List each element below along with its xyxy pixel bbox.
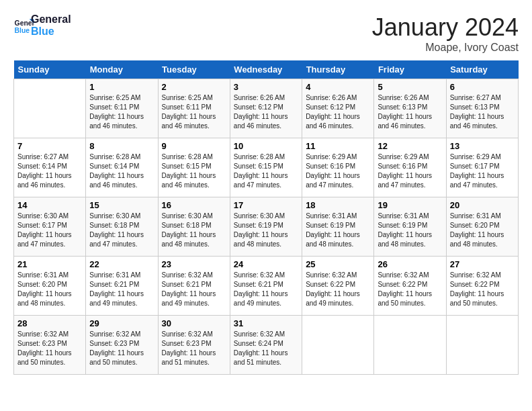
cell-w2-d1: 7Sunrise: 6:27 AMSunset: 6:14 PMDaylight…	[14, 138, 86, 197]
week-row-4: 21Sunrise: 6:31 AMSunset: 6:20 PMDayligh…	[14, 257, 519, 316]
col-wednesday: Wednesday	[230, 60, 302, 79]
day-number: 11	[306, 141, 370, 151]
day-content: Sunrise: 6:32 AMSunset: 6:21 PMDaylight:…	[162, 271, 226, 308]
title-block: January 2024 Moape, Ivory Coast	[372, 13, 519, 54]
cell-w2-d5: 11Sunrise: 6:29 AMSunset: 6:16 PMDayligh…	[302, 138, 374, 197]
cell-w3-d2: 15Sunrise: 6:30 AMSunset: 6:18 PMDayligh…	[86, 197, 158, 257]
cell-w2-d6: 12Sunrise: 6:29 AMSunset: 6:16 PMDayligh…	[374, 138, 446, 197]
cell-w1-d6: 5Sunrise: 6:26 AMSunset: 6:13 PMDaylight…	[374, 79, 446, 138]
cell-w3-d3: 16Sunrise: 6:30 AMSunset: 6:18 PMDayligh…	[158, 197, 230, 257]
day-number: 31	[234, 318, 298, 328]
day-number: 17	[234, 200, 298, 210]
cell-w1-d4: 3Sunrise: 6:26 AMSunset: 6:12 PMDaylight…	[230, 79, 302, 138]
cell-w4-d1: 21Sunrise: 6:31 AMSunset: 6:20 PMDayligh…	[14, 257, 86, 316]
day-number: 10	[234, 141, 298, 151]
svg-text:Blue: Blue	[15, 27, 30, 34]
day-content: Sunrise: 6:31 AMSunset: 6:20 PMDaylight:…	[450, 212, 515, 249]
day-number: 25	[306, 259, 370, 269]
day-number: 23	[162, 259, 226, 269]
logo: General Blue General Blue	[13, 13, 71, 37]
day-number: 20	[450, 200, 515, 210]
day-content: Sunrise: 6:32 AMSunset: 6:21 PMDaylight:…	[234, 271, 298, 308]
day-number: 28	[17, 318, 82, 328]
cell-w5-d6	[374, 316, 446, 375]
cell-w5-d7	[446, 316, 518, 375]
cell-w3-d4: 17Sunrise: 6:30 AMSunset: 6:19 PMDayligh…	[230, 197, 302, 257]
logo-line1: General	[31, 13, 71, 26]
cell-w5-d4: 31Sunrise: 6:32 AMSunset: 6:24 PMDayligh…	[230, 316, 302, 375]
calendar-subtitle: Moape, Ivory Coast	[372, 42, 519, 54]
day-content: Sunrise: 6:29 AMSunset: 6:16 PMDaylight:…	[378, 152, 442, 190]
cell-w4-d5: 25Sunrise: 6:32 AMSunset: 6:22 PMDayligh…	[302, 257, 374, 316]
day-content: Sunrise: 6:26 AMSunset: 6:13 PMDaylight:…	[378, 93, 442, 131]
cell-w1-d3: 2Sunrise: 6:25 AMSunset: 6:11 PMDaylight…	[158, 79, 230, 138]
cell-w2-d2: 8Sunrise: 6:28 AMSunset: 6:14 PMDaylight…	[86, 138, 158, 197]
day-content: Sunrise: 6:32 AMSunset: 6:23 PMDaylight:…	[89, 330, 154, 367]
page-header: General Blue General Blue January 2024 M…	[13, 13, 519, 54]
cell-w1-d5: 4Sunrise: 6:26 AMSunset: 6:12 PMDaylight…	[302, 79, 374, 138]
day-content: Sunrise: 6:27 AMSunset: 6:13 PMDaylight:…	[450, 93, 515, 131]
day-number: 21	[17, 259, 82, 269]
header-row: Sunday Monday Tuesday Wednesday Thursday…	[14, 60, 519, 79]
day-content: Sunrise: 6:30 AMSunset: 6:18 PMDaylight:…	[162, 212, 226, 249]
day-content: Sunrise: 6:31 AMSunset: 6:20 PMDaylight:…	[17, 271, 82, 308]
col-thursday: Thursday	[302, 60, 374, 79]
day-content: Sunrise: 6:31 AMSunset: 6:19 PMDaylight:…	[378, 212, 442, 249]
col-tuesday: Tuesday	[158, 60, 230, 79]
day-content: Sunrise: 6:32 AMSunset: 6:22 PMDaylight:…	[378, 271, 442, 308]
calendar-header: Sunday Monday Tuesday Wednesday Thursday…	[14, 60, 519, 79]
day-number: 15	[89, 200, 154, 210]
cell-w1-d7: 6Sunrise: 6:27 AMSunset: 6:13 PMDaylight…	[446, 79, 518, 138]
day-content: Sunrise: 6:26 AMSunset: 6:12 PMDaylight:…	[234, 93, 298, 131]
day-number: 14	[17, 200, 82, 210]
day-number: 1	[89, 82, 154, 92]
day-number: 18	[306, 200, 370, 210]
day-number: 6	[450, 82, 515, 92]
day-content: Sunrise: 6:25 AMSunset: 6:11 PMDaylight:…	[162, 93, 226, 131]
cell-w3-d5: 18Sunrise: 6:31 AMSunset: 6:19 PMDayligh…	[302, 197, 374, 257]
day-content: Sunrise: 6:26 AMSunset: 6:12 PMDaylight:…	[306, 93, 370, 131]
day-content: Sunrise: 6:30 AMSunset: 6:18 PMDaylight:…	[89, 212, 154, 249]
day-content: Sunrise: 6:32 AMSunset: 6:22 PMDaylight:…	[450, 271, 515, 308]
day-content: Sunrise: 6:29 AMSunset: 6:17 PMDaylight:…	[450, 152, 515, 190]
day-content: Sunrise: 6:32 AMSunset: 6:22 PMDaylight:…	[306, 271, 370, 308]
day-number: 12	[378, 141, 442, 151]
cell-w1-d2: 1Sunrise: 6:25 AMSunset: 6:11 PMDaylight…	[86, 79, 158, 138]
day-number: 22	[89, 259, 154, 269]
day-content: Sunrise: 6:31 AMSunset: 6:21 PMDaylight:…	[89, 271, 154, 308]
day-number: 29	[89, 318, 154, 328]
day-number: 2	[162, 82, 226, 92]
day-number: 13	[450, 141, 515, 151]
cell-w2-d4: 10Sunrise: 6:28 AMSunset: 6:15 PMDayligh…	[230, 138, 302, 197]
day-content: Sunrise: 6:27 AMSunset: 6:14 PMDaylight:…	[17, 152, 82, 190]
day-content: Sunrise: 6:25 AMSunset: 6:11 PMDaylight:…	[89, 93, 154, 131]
week-row-5: 28Sunrise: 6:32 AMSunset: 6:23 PMDayligh…	[14, 316, 519, 375]
calendar-body: 1Sunrise: 6:25 AMSunset: 6:11 PMDaylight…	[14, 79, 519, 375]
cell-w5-d2: 29Sunrise: 6:32 AMSunset: 6:23 PMDayligh…	[86, 316, 158, 375]
col-monday: Monday	[86, 60, 158, 79]
week-row-3: 14Sunrise: 6:30 AMSunset: 6:17 PMDayligh…	[14, 197, 519, 257]
day-number: 16	[162, 200, 226, 210]
day-content: Sunrise: 6:30 AMSunset: 6:17 PMDaylight:…	[17, 212, 82, 249]
day-content: Sunrise: 6:32 AMSunset: 6:24 PMDaylight:…	[234, 330, 298, 367]
logo-line2: Blue	[31, 26, 71, 38]
cell-w5-d3: 30Sunrise: 6:32 AMSunset: 6:23 PMDayligh…	[158, 316, 230, 375]
cell-w3-d1: 14Sunrise: 6:30 AMSunset: 6:17 PMDayligh…	[14, 197, 86, 257]
day-content: Sunrise: 6:28 AMSunset: 6:15 PMDaylight:…	[162, 152, 226, 190]
calendar-table: Sunday Monday Tuesday Wednesday Thursday…	[13, 60, 519, 375]
week-row-1: 1Sunrise: 6:25 AMSunset: 6:11 PMDaylight…	[14, 79, 519, 138]
day-content: Sunrise: 6:29 AMSunset: 6:16 PMDaylight:…	[306, 152, 370, 190]
col-sunday: Sunday	[14, 60, 86, 79]
day-number: 19	[378, 200, 442, 210]
day-number: 9	[162, 141, 226, 151]
cell-w4-d6: 26Sunrise: 6:32 AMSunset: 6:22 PMDayligh…	[374, 257, 446, 316]
col-friday: Friday	[374, 60, 446, 79]
cell-w3-d7: 20Sunrise: 6:31 AMSunset: 6:20 PMDayligh…	[446, 197, 518, 257]
cell-w2-d7: 13Sunrise: 6:29 AMSunset: 6:17 PMDayligh…	[446, 138, 518, 197]
day-number: 27	[450, 259, 515, 269]
day-number: 4	[306, 82, 370, 92]
cell-w1-d1	[14, 79, 86, 138]
cell-w5-d1: 28Sunrise: 6:32 AMSunset: 6:23 PMDayligh…	[14, 316, 86, 375]
day-number: 26	[378, 259, 442, 269]
cell-w5-d5	[302, 316, 374, 375]
